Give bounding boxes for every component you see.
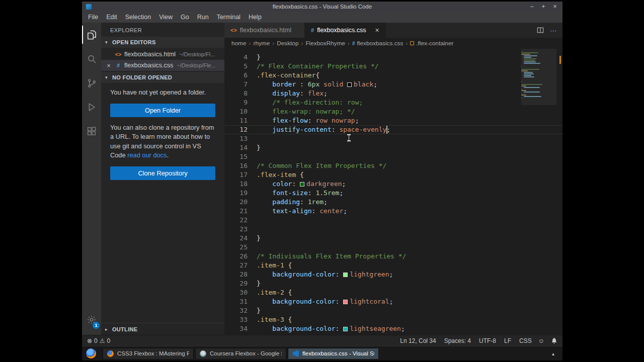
code-line-22[interactable]: 22: [224, 216, 562, 225]
code-line-16[interactable]: 16/* Common Flex Item Properties */: [224, 161, 562, 170]
code-token: .item-2: [257, 289, 284, 296]
menu-item-view[interactable]: View: [155, 12, 177, 23]
breadcrumb-item-flexboxrhyme[interactable]: FlexboxRhyme: [305, 40, 345, 47]
status-indentation[interactable]: Spaces: 4: [444, 337, 471, 344]
code-line-15[interactable]: 15: [224, 152, 562, 161]
activity-explorer[interactable]: [82, 23, 101, 47]
code-line-31[interactable]: 31 background-color: lightcoral;: [224, 297, 562, 306]
tray-arrow-icon[interactable]: ▴: [547, 351, 559, 356]
code-line-26[interactable]: 26/* Indivisuals Flex Item Properties */: [224, 252, 562, 261]
code-token: ;: [373, 80, 377, 88]
close-icon[interactable]: ×: [375, 26, 379, 34]
minimize-button[interactable]: −: [528, 3, 535, 10]
status-language-mode[interactable]: CSS: [519, 337, 532, 344]
more-actions-icon[interactable]: ···: [550, 27, 556, 34]
code-line-30[interactable]: 30.item-2 {: [224, 288, 562, 297]
code-line-12[interactable]: 12 justify-content: space-evenly;: [224, 125, 562, 134]
code-line-8[interactable]: 8 display: flex;: [224, 89, 562, 98]
feedback-smiley-icon[interactable]: ☺: [538, 337, 544, 344]
breadcrumb-item-home[interactable]: home: [231, 40, 247, 47]
code-line-9[interactable]: 9 /* flex-direction: row;: [224, 98, 562, 107]
code-line-27[interactable]: 27.item-1 {: [224, 261, 562, 270]
menu-item-help[interactable]: Help: [245, 12, 266, 23]
open-folder-button[interactable]: Open Folder: [110, 104, 215, 117]
activity-extensions[interactable]: [82, 119, 101, 143]
open-editor-flexboxbasics-css[interactable]: ×#flexboxbasics.css~/Desktop/Fle...: [101, 60, 224, 71]
status-encoding[interactable]: UTF-8: [479, 337, 496, 344]
tab-flexboxbasics-css[interactable]: #flexboxbasics.css×: [305, 23, 386, 38]
breadcrumb-item-rhyme[interactable]: rhyme: [253, 40, 270, 47]
menu-item-selection[interactable]: Selection: [121, 12, 155, 23]
activity-run-debug[interactable]: [82, 95, 101, 119]
code-editor[interactable]: 4}5/* Flex Container Properties */6.flex…: [224, 49, 562, 335]
title-bar[interactable]: flexboxbasics.css - Visual Studio Code −…: [82, 2, 562, 12]
breadcrumb-item-flex-container[interactable]: .flex-container: [410, 40, 453, 47]
close-icon[interactable]: ×: [105, 62, 112, 69]
menu-item-edit[interactable]: Edit: [102, 12, 121, 23]
code-line-34[interactable]: 34 background-color: lightseagreen;: [224, 324, 562, 333]
code-line-5[interactable]: 5/* Flex Container Properties */: [224, 62, 562, 71]
code-line-32[interactable]: 32}: [224, 306, 562, 315]
firefox-launcher-icon[interactable]: [86, 348, 96, 358]
code-token: {: [284, 289, 292, 296]
menu-item-terminal[interactable]: Terminal: [213, 12, 245, 23]
code-line-17[interactable]: 17.flex-item {: [224, 170, 562, 179]
color-swatch[interactable]: [343, 327, 348, 331]
problems-indicator[interactable]: ⊗ 0 ⚠ 0: [87, 337, 110, 344]
code-token: ;: [389, 270, 393, 278]
minimap[interactable]: [521, 49, 556, 335]
color-swatch[interactable]: [347, 82, 352, 87]
vertical-scrollbar[interactable]: [556, 49, 562, 335]
read-our-docs-link[interactable]: read our docs: [127, 151, 167, 159]
file-name: flexboxbasics.html: [124, 51, 176, 58]
code-line-7[interactable]: 7 border : 6px solid black;: [224, 80, 562, 89]
code-line-19[interactable]: 19 font-size: 1.5rem;: [224, 189, 562, 198]
code-line-6[interactable]: 6.flex-container{: [224, 71, 562, 80]
close-button[interactable]: ×: [551, 3, 558, 10]
color-swatch[interactable]: [343, 273, 348, 277]
notifications-bell-icon[interactable]: [551, 337, 557, 344]
open-editor-flexboxbasics-html[interactable]: <>flexboxbasics.html~/Desktop/Fl...: [101, 49, 224, 60]
breadcrumb-item-flexboxbasics-css[interactable]: #flexboxbasics.css: [352, 40, 403, 47]
taskbar-firefox-window[interactable]: CSS3 Flexbox : MAstering Fle...: [103, 348, 194, 359]
line-number: 8: [224, 89, 248, 98]
code-line-25[interactable]: 25: [224, 243, 562, 252]
css-file-icon: #: [311, 27, 314, 33]
tab-flexboxbasics-html[interactable]: <>flexboxbasics.html: [224, 23, 305, 38]
code-line-20[interactable]: 20 padding: 1rem;: [224, 198, 562, 207]
color-swatch[interactable]: [300, 182, 304, 187]
code-line-21[interactable]: 21 text-align: center;: [224, 207, 562, 216]
maximize-button[interactable]: +: [540, 3, 547, 10]
code-line-35[interactable]: 35}: [224, 333, 562, 335]
no-folder-header[interactable]: ▾ NO FOLDER OPENED: [101, 72, 224, 83]
clone-repository-button[interactable]: Clone Repository: [110, 166, 215, 180]
code-line-11[interactable]: 11 flex-flow: row nowrap;: [224, 116, 562, 125]
menu-item-run[interactable]: Run: [193, 12, 213, 23]
code-line-14[interactable]: 14}: [224, 143, 562, 152]
manage-settings[interactable]: 1: [82, 310, 101, 330]
status-cursor-position[interactable]: Ln 12, Col 34: [400, 337, 436, 344]
code-line-18[interactable]: 18 color: darkgreen;: [224, 179, 562, 189]
taskbar-chrome-window[interactable]: Coursera Flexbox - Google Sl...: [195, 348, 286, 359]
outline-header[interactable]: ▸ OUTLINE: [101, 323, 224, 335]
status-eol[interactable]: LF: [504, 337, 511, 344]
taskbar-vscode-window[interactable]: flexboxbasics.css - Visual Stu...: [288, 348, 379, 359]
activity-search[interactable]: [82, 47, 101, 71]
menu-item-file[interactable]: File: [84, 12, 102, 23]
breadcrumb-item-desktop[interactable]: Desktop: [277, 40, 298, 47]
open-editors-header[interactable]: ▾ OPEN EDITORS: [101, 37, 224, 48]
code-line-29[interactable]: 29}: [224, 279, 562, 288]
split-editor-icon[interactable]: [537, 27, 544, 34]
activity-source-control[interactable]: [82, 71, 101, 95]
code-line-24[interactable]: 24}: [224, 234, 562, 243]
code-line-10[interactable]: 10 flex-wrap: nowrap; */: [224, 107, 562, 116]
code-line-4[interactable]: 4}: [224, 53, 562, 62]
color-swatch[interactable]: [343, 300, 348, 304]
menu-item-go[interactable]: Go: [177, 12, 193, 23]
code-line-33[interactable]: 33.item-3 {: [224, 315, 562, 324]
code-line-13[interactable]: 13: [224, 134, 562, 143]
line-content: font-size: 1.5rem;: [257, 189, 343, 198]
code-line-28[interactable]: 28 background-color: lightgreen;: [224, 270, 562, 279]
code-line-23[interactable]: 23: [224, 225, 562, 234]
code-token: lightseagreen: [350, 325, 401, 332]
